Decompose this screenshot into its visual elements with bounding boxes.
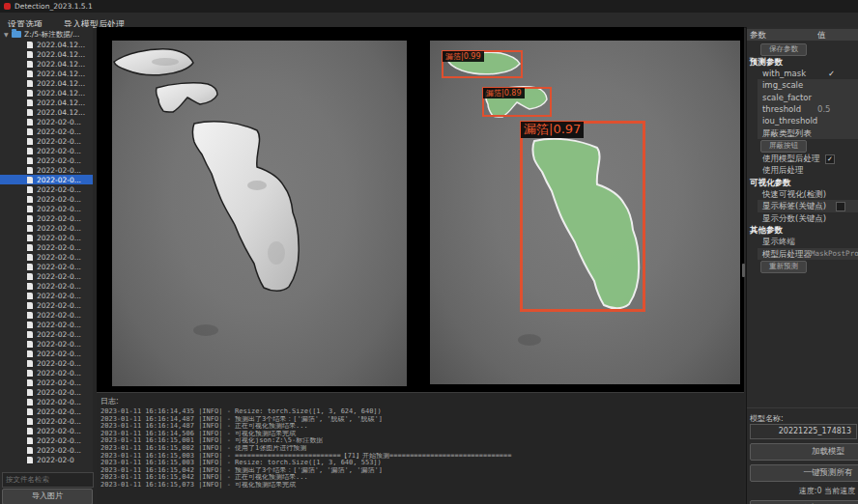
tree-item-label: 2022-02-0... [37, 321, 81, 329]
tree-item[interactable]: 2022-02-0... [0, 233, 93, 242]
param-row: 显示分数(关键点) [747, 212, 858, 224]
file-icon [27, 399, 33, 406]
param-row[interactable]: img_scale [758, 79, 858, 91]
tree-item[interactable]: 2022-02-0... [0, 146, 93, 155]
param-row[interactable]: threshold0.5 [758, 103, 858, 115]
detection-label: 漏箔|0.97 [521, 122, 584, 138]
tree-item[interactable]: 2022-02-0... [0, 223, 93, 233]
load-model-button[interactable]: 加载模型 [750, 443, 858, 461]
chevron-down-icon[interactable]: ▼ [4, 31, 12, 38]
tree-item-label: 2022-02-0... [37, 224, 81, 233]
file-icon [27, 177, 33, 183]
param-action-button[interactable]: 保存参数 [760, 43, 807, 56]
model-name-field[interactable]: 20221225_174813 [750, 424, 857, 439]
param-label: scale_factor [762, 92, 812, 103]
tree-item-label: 2022-02-0... [37, 234, 81, 242]
file-icon [27, 61, 33, 68]
tree-item-label: 2022.04.12... [37, 79, 85, 88]
param-label: with_mask [762, 68, 806, 79]
param-row[interactable]: iou_threshold [758, 115, 858, 126]
tree-item[interactable]: 2022-02-0... [0, 126, 93, 136]
param-row[interactable]: scale_factor [758, 92, 858, 103]
tree-item[interactable]: 2022-02-0... [0, 291, 93, 300]
import-image-button[interactable]: 导入图片 [2, 489, 93, 504]
defect-blobs [112, 41, 407, 386]
value-column-header: 值 [817, 29, 826, 41]
tree-item[interactable]: 2022-02-0... [0, 426, 93, 435]
file-icon [27, 51, 33, 58]
params-scrollbar-thumb[interactable] [742, 264, 745, 277]
tree-item-label: 2022-02-0... [37, 292, 81, 300]
tree-item[interactable]: 2022.04.12... [0, 49, 93, 59]
tree-item[interactable]: 2022.04.12... [0, 88, 93, 98]
tree-item[interactable]: 2022.04.12... [0, 40, 93, 49]
tree-item[interactable]: 2022-02-0... [0, 445, 93, 455]
tree-item[interactable]: 2022.04.12... [0, 59, 93, 69]
tree-item[interactable]: 2022-02-0... [0, 435, 93, 445]
tree-item[interactable]: 2022-02-0... [0, 136, 93, 146]
param-row[interactable]: 模型后处理器MaskPostPro [758, 248, 858, 260]
file-icon [27, 418, 33, 425]
tree-item[interactable]: 2022-02-0... [0, 165, 93, 175]
tree-item[interactable]: 2022-02-0... [0, 387, 93, 397]
tree-item[interactable]: 2022-02-0... [0, 320, 93, 329]
tree-item[interactable]: 2022-02-0... [0, 368, 93, 378]
tree-item[interactable]: 2022.04.12... [0, 69, 93, 78]
param-row[interactable]: 屏蔽类型列表 [758, 127, 858, 139]
tree-item[interactable]: 2022-02-0... [0, 271, 93, 281]
log-panel[interactable]: 日志: 2023-01-11 16:16:14,435 |INFO| - Res… [97, 392, 744, 504]
detection-label: 漏箔|0.89 [483, 88, 525, 98]
tree-item[interactable]: 2022.04.12... [0, 107, 93, 117]
tree-item-label: 2022-02-0... [37, 176, 81, 184]
tree-item[interactable]: 2022-02-0... [0, 262, 93, 271]
checkbox-checked-icon[interactable]: ✓ [825, 154, 835, 164]
file-icon [27, 408, 33, 415]
tree-item[interactable]: 2022-02-0... [0, 204, 93, 213]
tree-item[interactable]: 2022-02-0... [0, 155, 93, 165]
tree-item[interactable]: 2022-02-0... [0, 281, 93, 291]
tree-item[interactable]: 2022-02-0... [0, 310, 93, 320]
tree-item[interactable]: 2022-02-0... [0, 175, 93, 184]
tree-item[interactable]: 2022-02-0... [0, 406, 93, 416]
detection-layer: 漏箔|0.99漏箔|0.89漏箔|0.97 [430, 41, 740, 384]
param-action-button[interactable]: 重新预测 [760, 261, 807, 273]
tree-item[interactable]: 2022-02-0... [0, 242, 93, 252]
tree-item[interactable]: 2022.04.12... [0, 78, 93, 88]
filename-search-input[interactable]: 按文件名检索 [2, 472, 94, 488]
predict-all-button[interactable]: 一键预测所有 [750, 464, 858, 482]
tree-item-label: 2022-02-0... [37, 350, 81, 358]
tree-item[interactable]: 2022-02-0... [0, 358, 93, 368]
original-image[interactable] [112, 41, 407, 386]
prediction-image[interactable]: 漏箔|0.99漏箔|0.89漏箔|0.97 [430, 41, 740, 384]
tree-item[interactable]: 2022-02-0... [0, 378, 93, 387]
tree-item[interactable]: 2022-02-0 [0, 455, 93, 464]
tree-item[interactable]: 2022-02-0... [0, 397, 93, 406]
file-icon [27, 128, 33, 135]
tree-item-label: 2022-02-0... [37, 156, 81, 165]
log-line: 2023-01-11 16:16:14,506 |INFO| - 可视化预测结果… [97, 431, 744, 438]
tree-item[interactable]: 2022-02-0... [0, 213, 93, 223]
tree-item[interactable]: 2022-02-0... [0, 329, 93, 339]
tree-item[interactable]: 2022-02-0... [0, 416, 93, 426]
tree-item[interactable]: 2022-02-0... [0, 117, 93, 126]
param-row[interactable]: 显示标签(关键点) [758, 200, 858, 211]
window-title: Detection_2023.1.5.1 [14, 0, 93, 13]
postprocess-params-button[interactable]: 后处理参数设置 [750, 500, 858, 504]
tree-item[interactable]: 2022-02-0... [0, 339, 93, 349]
tree-item-label: 2022-02-0... [37, 417, 81, 426]
tree-item[interactable]: 2022-02-0... [0, 252, 93, 262]
file-icon [27, 244, 33, 251]
tree-root[interactable]: ▼ Z:/5-标注数据/... [0, 29, 93, 40]
app-window: Detection_2023.1.5.1 设置选项 导入模型后处理 ▼ Z:/5… [0, 0, 858, 504]
log-line: 2023-01-11 16:16:15,042 |INFO| - 预测出了3个结… [97, 467, 744, 475]
tree-item[interactable]: 2022-02-0... [0, 349, 93, 358]
checkbox-empty-icon[interactable] [836, 202, 845, 211]
param-label: 可视化参数 [750, 177, 791, 188]
tree-item[interactable]: 2022-02-0... [0, 300, 93, 310]
file-icon [27, 457, 33, 463]
log-line: 2023-01-11 16:16:15,003 |INFO| - =======… [97, 453, 744, 461]
tree-item[interactable]: 2022-02-0... [0, 184, 93, 194]
param-action-button[interactable]: 屏蔽按钮 [760, 140, 807, 153]
tree-item[interactable]: 2022.04.12... [0, 98, 93, 107]
tree-item[interactable]: 2022-02-0... [0, 194, 93, 204]
